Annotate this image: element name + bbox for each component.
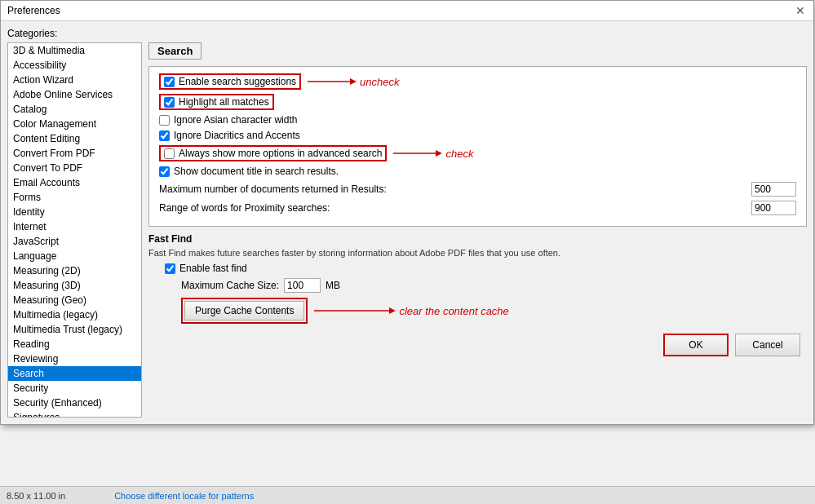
panel-title: Search (148, 42, 202, 60)
arrow-clear-cache-icon (314, 305, 396, 316)
sidebar-item-measuring-2d[interactable]: Measuring (2D) (8, 263, 141, 278)
sidebar-item-forms[interactable]: Forms (8, 190, 141, 205)
sidebar-item-3d-multimedia[interactable]: 3D & Multimedia (8, 43, 141, 58)
fast-find-section: Fast Find Fast Find makes future searche… (148, 233, 807, 324)
max-cache-input[interactable] (284, 278, 321, 293)
sidebar-item-security-enhanced[interactable]: Security (Enhanced) (8, 396, 141, 410)
svg-marker-1 (350, 78, 357, 85)
uncheck-annotation: uncheck (308, 76, 399, 88)
sidebar-item-signatures[interactable]: Signatures (8, 410, 141, 418)
taskbar: 8.50 x 11.00 in Choose different locale … (0, 486, 815, 504)
search-options-box: Enable search suggestions uncheck (148, 66, 807, 227)
highlight-all-matches-highlight: Highlight all matches (159, 94, 274, 110)
dialog-title: Preferences (7, 5, 60, 16)
clear-cache-text: clear the content cache (399, 305, 508, 317)
main-area: 3D & Multimedia Accessibility Action Wiz… (7, 42, 807, 418)
max-cache-label: Maximum Cache Size: (181, 280, 279, 291)
highlight-all-matches-label: Highlight all matches (179, 96, 269, 108)
sidebar-item-multimedia-trust[interactable]: Multimedia Trust (legacy) (8, 322, 141, 337)
max-documents-label: Maximum number of documents returned in … (159, 183, 745, 195)
sidebar-item-identity[interactable]: Identity (8, 205, 141, 219)
enable-fast-find-label: Enable fast find (179, 263, 247, 274)
show-doc-title-row: Show document title in search results. (159, 166, 796, 177)
uncheck-annotation-text: uncheck (360, 76, 399, 88)
max-cache-row: Maximum Cache Size: MB (181, 278, 807, 293)
enable-search-suggestions-checkbox[interactable] (164, 77, 175, 87)
categories-label: Categories: (7, 28, 807, 39)
sidebar-item-security[interactable]: Security (8, 381, 141, 396)
page-size-text: 8.50 x 11.00 in (7, 491, 65, 501)
highlight-all-matches-checkbox[interactable] (164, 97, 175, 108)
always-show-more-label: Always show more options in advanced sea… (179, 148, 382, 159)
ignore-asian-label: Ignore Asian character width (174, 114, 297, 126)
preferences-dialog: Preferences ✕ Categories: 3D & Multimedi… (0, 0, 814, 425)
sidebar-item-catalog[interactable]: Catalog (8, 102, 141, 117)
always-show-more-highlight: Always show more options in advanced sea… (159, 145, 387, 161)
range-words-input[interactable] (751, 201, 796, 215)
sidebar-item-accessibility[interactable]: Accessibility (8, 58, 141, 73)
fast-find-title: Fast Find (148, 233, 807, 245)
arrow-right-check-icon (393, 148, 442, 159)
ignore-diacritics-label: Ignore Diacritics and Accents (174, 130, 300, 141)
range-words-row: Range of words for Proximity searches: (159, 201, 796, 215)
always-show-more-checkbox[interactable] (164, 148, 175, 159)
range-words-label: Range of words for Proximity searches: (159, 202, 745, 214)
sidebar-item-adobe-online[interactable]: Adobe Online Services (8, 87, 141, 102)
categories-list[interactable]: 3D & Multimedia Accessibility Action Wiz… (7, 42, 142, 418)
check-annotation: check (393, 148, 473, 160)
sidebar-item-multimedia-legacy[interactable]: Multimedia (legacy) (8, 307, 141, 322)
dialog-body: Categories: 3D & Multimedia Accessibilit… (1, 21, 813, 424)
show-doc-title-label: Show document title in search results. (174, 166, 339, 177)
enable-search-suggestions-highlight: Enable search suggestions (159, 73, 301, 90)
enable-fast-find-row: Enable fast find (165, 263, 807, 274)
title-bar: Preferences ✕ (1, 1, 813, 21)
sidebar-item-color-management[interactable]: Color Management (8, 117, 141, 131)
locale-link[interactable]: Choose different locale for patterns (114, 491, 254, 501)
sidebar-item-language[interactable]: Language (8, 249, 141, 263)
ok-button[interactable]: OK (663, 334, 729, 356)
sidebar-item-convert-to-pdf[interactable]: Convert To PDF (8, 161, 141, 175)
sidebar-item-measuring-3d[interactable]: Measuring (3D) (8, 278, 141, 293)
sidebar: 3D & Multimedia Accessibility Action Wiz… (7, 42, 142, 418)
cancel-button[interactable]: Cancel (735, 334, 800, 356)
ignore-diacritics-row: Ignore Diacritics and Accents (159, 130, 796, 141)
sidebar-item-reviewing[interactable]: Reviewing (8, 351, 141, 366)
purge-cache-button[interactable]: Purge Cache Contents (184, 301, 304, 321)
enable-search-suggestions-label: Enable search suggestions (179, 76, 296, 87)
sidebar-item-reading[interactable]: Reading (8, 337, 141, 351)
arrow-right-icon (308, 76, 357, 87)
svg-marker-5 (389, 307, 396, 314)
content-panel: Search Enable search suggestions (148, 42, 807, 418)
sidebar-item-convert-from-pdf[interactable]: Convert From PDF (8, 146, 141, 161)
ignore-asian-checkbox[interactable] (159, 115, 170, 126)
sidebar-item-search[interactable]: Search (8, 366, 141, 381)
close-button[interactable]: ✕ (794, 4, 807, 17)
dialog-buttons: OK Cancel (148, 327, 807, 363)
sidebar-item-measuring-geo[interactable]: Measuring (Geo) (8, 293, 141, 307)
svg-marker-3 (436, 150, 442, 157)
max-cache-unit: MB (326, 280, 340, 291)
sidebar-item-javascript[interactable]: JavaScript (8, 234, 141, 249)
sidebar-item-action-wizard[interactable]: Action Wizard (8, 73, 141, 87)
purge-cache-highlight: Purge Cache Contents (181, 298, 308, 324)
max-documents-input[interactable] (751, 182, 796, 197)
sidebar-item-content-editing[interactable]: Content Editing (8, 131, 141, 146)
sidebar-item-email-accounts[interactable]: Email Accounts (8, 175, 141, 190)
ignore-diacritics-checkbox[interactable] (159, 130, 170, 141)
show-doc-title-checkbox[interactable] (159, 166, 170, 177)
clear-cache-annotation: clear the content cache (314, 305, 508, 317)
max-documents-row: Maximum number of documents returned in … (159, 182, 796, 197)
enable-fast-find-checkbox[interactable] (165, 263, 175, 274)
ignore-asian-row: Ignore Asian character width (159, 114, 796, 126)
fast-find-description: Fast Find makes future searches faster b… (148, 248, 807, 258)
sidebar-item-internet[interactable]: Internet (8, 219, 141, 234)
check-annotation-text: check (445, 148, 473, 160)
